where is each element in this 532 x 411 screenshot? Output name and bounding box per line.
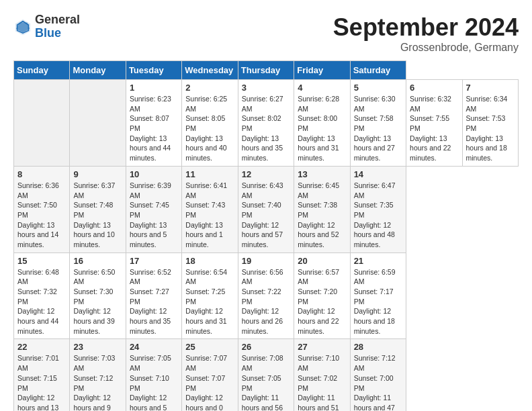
logo-icon [13, 17, 32, 36]
daylight-label: Daylight: 12 hours and 0 minutes. [185, 394, 222, 411]
calendar-cell: 28 Sunrise: 7:12 AM Sunset: 7:00 PM Dayl… [350, 339, 406, 411]
calendar-cell: 16 Sunrise: 6:50 AM Sunset: 7:30 PM Dayl… [70, 253, 126, 339]
calendar-cell: 19 Sunrise: 6:56 AM Sunset: 7:22 PM Dayl… [238, 253, 294, 339]
calendar-cell: 24 Sunrise: 7:05 AM Sunset: 7:10 PM Dayl… [126, 339, 181, 411]
day-number: 19 [242, 256, 290, 266]
day-number: 25 [185, 342, 234, 352]
calendar-week-row: 22 Sunrise: 7:01 AM Sunset: 7:15 PM Dayl… [14, 339, 519, 411]
cell-details: Sunrise: 6:41 AM Sunset: 7:43 PM Dayligh… [185, 181, 234, 250]
calendar-cell: 26 Sunrise: 7:08 AM Sunset: 7:05 PM Dayl… [238, 339, 294, 411]
daylight-label: Daylight: 13 hours and 27 minutes. [354, 134, 395, 162]
day-number: 6 [410, 83, 458, 93]
sunrise-label: Sunrise: 6:45 AM [298, 181, 339, 199]
sunset-label: Sunset: 7:05 PM [242, 374, 281, 392]
sunrise-label: Sunrise: 6:34 AM [466, 95, 508, 113]
cell-details: Sunrise: 6:48 AM Sunset: 7:32 PM Dayligh… [17, 267, 66, 336]
sunset-label: Sunset: 7:27 PM [130, 287, 169, 306]
day-number: 12 [242, 169, 290, 179]
cell-details: Sunrise: 6:43 AM Sunset: 7:40 PM Dayligh… [242, 181, 290, 250]
calendar-cell: 2 Sunrise: 6:25 AM Sunset: 8:05 PM Dayli… [182, 80, 238, 167]
day-number: 20 [298, 256, 346, 266]
day-number: 27 [298, 342, 346, 352]
sunrise-label: Sunrise: 7:05 AM [130, 354, 171, 372]
sunset-label: Sunset: 8:02 PM [242, 114, 281, 132]
day-number: 17 [130, 256, 178, 266]
day-header-monday: Monday [70, 61, 126, 80]
sunset-label: Sunset: 7:00 PM [354, 374, 394, 392]
calendar-body: 1 Sunrise: 6:23 AM Sunset: 8:07 PM Dayli… [14, 80, 519, 412]
sunrise-label: Sunrise: 7:10 AM [298, 354, 339, 372]
sunrise-label: Sunrise: 6:48 AM [17, 268, 59, 286]
day-number: 5 [354, 83, 402, 93]
sunrise-label: Sunrise: 6:56 AM [242, 268, 283, 286]
daylight-label: Daylight: 11 hours and 47 minutes. [354, 394, 395, 411]
daylight-label: Daylight: 13 hours and 44 minutes. [130, 134, 171, 162]
sunset-label: Sunset: 7:43 PM [185, 201, 225, 219]
calendar-cell: 8 Sunrise: 6:36 AM Sunset: 7:50 PM Dayli… [14, 166, 70, 253]
calendar-cell: 21 Sunrise: 6:59 AM Sunset: 7:17 PM Dayl… [350, 253, 406, 339]
sunset-label: Sunset: 7:50 PM [17, 201, 57, 219]
calendar-cell [14, 80, 70, 167]
day-number: 21 [354, 256, 402, 266]
cell-details: Sunrise: 6:25 AM Sunset: 8:05 PM Dayligh… [185, 94, 234, 163]
cell-details: Sunrise: 6:30 AM Sunset: 7:58 PM Dayligh… [354, 94, 402, 163]
cell-details: Sunrise: 6:32 AM Sunset: 7:55 PM Dayligh… [410, 94, 458, 163]
calendar-cell: 5 Sunrise: 6:30 AM Sunset: 7:58 PM Dayli… [350, 80, 406, 167]
cell-details: Sunrise: 7:03 AM Sunset: 7:12 PM Dayligh… [73, 353, 122, 411]
sunrise-label: Sunrise: 6:27 AM [242, 95, 283, 113]
calendar-cell: 12 Sunrise: 6:43 AM Sunset: 7:40 PM Dayl… [238, 166, 294, 253]
sunrise-label: Sunrise: 6:37 AM [73, 181, 115, 199]
cell-details: Sunrise: 7:08 AM Sunset: 7:05 PM Dayligh… [242, 353, 290, 411]
daylight-label: Daylight: 13 hours and 35 minutes. [242, 134, 283, 162]
day-header-tuesday: Tuesday [126, 61, 181, 80]
sunset-label: Sunset: 7:20 PM [298, 287, 337, 306]
cell-details: Sunrise: 7:12 AM Sunset: 7:00 PM Dayligh… [354, 353, 402, 411]
calendar-cell: 20 Sunrise: 6:57 AM Sunset: 7:20 PM Dayl… [294, 253, 350, 339]
cell-details: Sunrise: 6:34 AM Sunset: 7:53 PM Dayligh… [466, 94, 515, 163]
sunrise-label: Sunrise: 6:32 AM [410, 95, 451, 113]
daylight-label: Daylight: 13 hours and 40 minutes. [185, 134, 226, 162]
daylight-label: Daylight: 12 hours and 18 minutes. [354, 307, 395, 334]
daylight-label: Daylight: 13 hours and 22 minutes. [410, 134, 451, 162]
daylight-label: Daylight: 12 hours and 9 minutes. [73, 394, 110, 411]
calendar-cell: 6 Sunrise: 6:32 AM Sunset: 7:55 PM Dayli… [406, 80, 462, 167]
cell-details: Sunrise: 6:57 AM Sunset: 7:20 PM Dayligh… [298, 267, 346, 336]
sunset-label: Sunset: 7:35 PM [354, 201, 394, 219]
sunrise-label: Sunrise: 7:08 AM [242, 354, 283, 372]
day-number: 28 [354, 342, 402, 352]
sunrise-label: Sunrise: 6:23 AM [130, 95, 171, 113]
sunset-label: Sunset: 7:32 PM [17, 287, 57, 306]
sunset-label: Sunset: 7:12 PM [73, 374, 113, 392]
day-number: 26 [242, 342, 290, 352]
daylight-label: Daylight: 12 hours and 26 minutes. [242, 307, 283, 334]
calendar-week-row: 15 Sunrise: 6:48 AM Sunset: 7:32 PM Dayl… [14, 253, 519, 339]
day-number: 22 [17, 342, 66, 352]
day-header-sunday: Sunday [14, 61, 70, 80]
daylight-label: Daylight: 13 hours and 14 minutes. [17, 221, 58, 248]
calendar-cell: 14 Sunrise: 6:47 AM Sunset: 7:35 PM Dayl… [350, 166, 406, 253]
month-title: September 2024 [333, 13, 519, 42]
day-header-friday: Friday [294, 61, 350, 80]
day-number: 14 [354, 169, 402, 179]
sunset-label: Sunset: 8:05 PM [185, 114, 225, 132]
cell-details: Sunrise: 6:52 AM Sunset: 7:27 PM Dayligh… [130, 267, 178, 336]
day-number: 8 [17, 169, 66, 179]
calendar-cell: 18 Sunrise: 6:54 AM Sunset: 7:25 PM Dayl… [182, 253, 238, 339]
daylight-label: Daylight: 12 hours and 35 minutes. [130, 307, 171, 334]
calendar-cell: 13 Sunrise: 6:45 AM Sunset: 7:38 PM Dayl… [294, 166, 350, 253]
calendar-cell: 25 Sunrise: 7:07 AM Sunset: 7:07 PM Dayl… [182, 339, 238, 411]
cell-details: Sunrise: 6:45 AM Sunset: 7:38 PM Dayligh… [298, 181, 346, 250]
daylight-label: Daylight: 12 hours and 48 minutes. [354, 221, 395, 248]
daylight-label: Daylight: 12 hours and 44 minutes. [17, 307, 58, 334]
cell-details: Sunrise: 6:27 AM Sunset: 8:02 PM Dayligh… [242, 94, 290, 163]
sunset-label: Sunset: 7:22 PM [242, 287, 281, 306]
cell-details: Sunrise: 6:36 AM Sunset: 7:50 PM Dayligh… [17, 181, 66, 250]
sunrise-label: Sunrise: 6:54 AM [185, 268, 227, 286]
sunrise-label: Sunrise: 6:39 AM [130, 181, 171, 199]
daylight-label: Daylight: 13 hours and 31 minutes. [298, 134, 339, 162]
calendar-week-row: 8 Sunrise: 6:36 AM Sunset: 7:50 PM Dayli… [14, 166, 519, 253]
sunrise-label: Sunrise: 7:03 AM [73, 354, 115, 372]
sunset-label: Sunset: 7:15 PM [17, 374, 57, 392]
daylight-label: Daylight: 13 hours and 5 minutes. [130, 221, 167, 248]
day-number: 23 [73, 342, 122, 352]
